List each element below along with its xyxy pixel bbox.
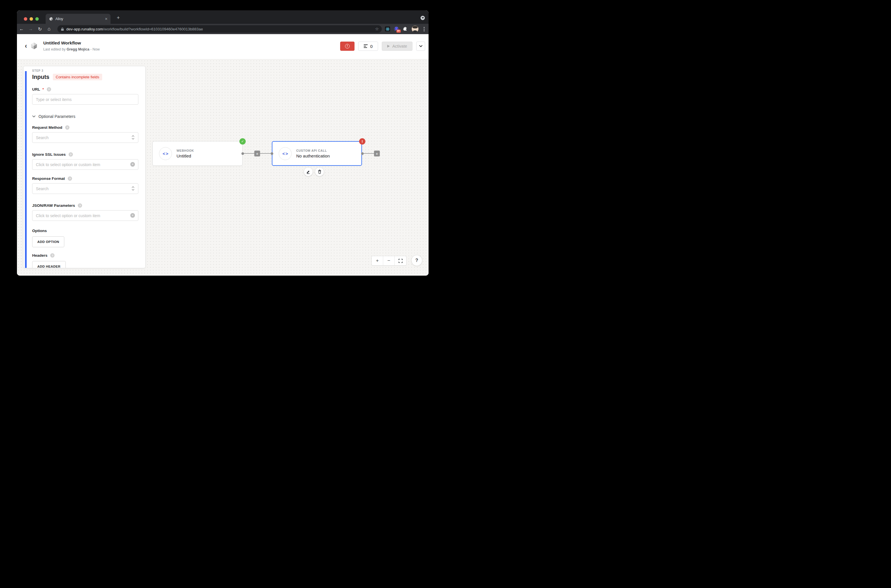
workflow-header-left: ‹ Untitled Workflow Last edited by Gregg… [25, 40, 99, 51]
extension-burst-icon[interactable]: 9+ [394, 26, 399, 32]
errors-button[interactable]: ! [340, 42, 355, 51]
options-label: Options [32, 229, 47, 233]
tab-strip: Alloy ✕ + [17, 10, 429, 24]
profile-avatar[interactable] [411, 25, 419, 33]
chevron-down-icon [32, 115, 36, 118]
add-header-button[interactable]: ADD HEADER [32, 261, 66, 268]
workflow-header-actions: ! 0 Activate [340, 42, 425, 51]
author-name: Gregg Mojica [66, 47, 89, 51]
forward-icon[interactable]: → [26, 26, 35, 32]
clear-icon[interactable]: ✕ [130, 213, 135, 218]
screen: Alloy ✕ + ← → ↻ ⌂ dev-app.runalloy.com/w… [0, 0, 446, 294]
runs-count: 0 [370, 44, 373, 49]
tab-alloy[interactable]: Alloy ✕ [46, 14, 110, 24]
toolbar-extensions: 9+ [385, 24, 426, 34]
panel-title: Inputs [32, 74, 50, 80]
connector-line [362, 153, 374, 154]
select-stepper-icon[interactable] [131, 135, 135, 141]
step-inputs-panel: STEP 3 Inputs Contains incomplete fields… [23, 66, 146, 268]
alloy-favicon-icon [49, 17, 53, 21]
more-actions-button[interactable] [416, 42, 425, 51]
edit-node-button[interactable] [304, 168, 313, 176]
back-icon[interactable]: ← [17, 26, 26, 32]
workflow-header: ‹ Untitled Workflow Last edited by Gregg… [17, 34, 429, 59]
minimize-window-button[interactable] [30, 17, 33, 21]
activate-button[interactable]: Activate [382, 42, 412, 51]
headers-label: Headers [32, 253, 47, 258]
tab-close-icon[interactable]: ✕ [105, 17, 108, 21]
lock-icon [61, 27, 64, 31]
browser-toolbar: ← → ↻ ⌂ dev-app.runalloy.com/workflow/bu… [17, 24, 429, 34]
delete-node-button[interactable] [315, 168, 324, 176]
close-window-button[interactable] [24, 17, 27, 21]
node-type-label: WEBHOOK [176, 149, 194, 152]
play-icon [387, 45, 390, 48]
error-badge-icon: ! [359, 138, 366, 144]
tab-title: Alloy [56, 17, 105, 21]
zoom-out-button[interactable]: − [383, 256, 395, 266]
home-icon[interactable]: ⌂ [45, 26, 54, 32]
response-format-field [32, 183, 138, 194]
url-field [32, 94, 138, 105]
fullscreen-window-button[interactable] [35, 17, 39, 21]
last-edited-text: Last edited by Gregg Mojica - Now [43, 47, 100, 51]
node-webhook[interactable]: <> WEBHOOK Untitled [152, 141, 242, 166]
add-node-button[interactable]: + [254, 151, 260, 156]
node-custom-api-call[interactable]: <> CUSTOM API CALL No authentication [272, 141, 362, 166]
help-icon[interactable]: ? [69, 152, 73, 157]
zoom-in-button[interactable]: + [372, 256, 383, 266]
connector-dot [241, 152, 244, 155]
panel-accent-bar [25, 71, 27, 268]
clear-icon[interactable]: ✕ [130, 162, 135, 166]
request-method-label: Request Method [32, 125, 62, 130]
node-type-label: CUSTOM API CALL [296, 149, 330, 152]
success-badge-icon: ✓ [239, 138, 246, 144]
react-devtools-extension-icon[interactable] [385, 26, 390, 32]
url-input[interactable] [32, 94, 138, 105]
bookmark-star-icon[interactable]: ☆ [375, 26, 379, 32]
help-icon[interactable]: ? [65, 125, 69, 130]
help-icon[interactable]: ? [68, 176, 72, 181]
address-bar[interactable]: dev-app.runalloy.com/workflow/build?work… [57, 25, 382, 33]
extension-badge: 9+ [396, 30, 401, 33]
request-method-field [32, 132, 138, 143]
url-path: /workflow/build?workflowId=6103109460e47… [103, 27, 203, 31]
response-format-select[interactable] [32, 183, 138, 194]
browser-menu-icon[interactable] [423, 27, 426, 31]
step-label: STEP 3 [32, 69, 138, 72]
runs-counter-button[interactable]: 0 [358, 42, 378, 51]
optional-parameters-toggle[interactable]: Optional Parameters [32, 114, 138, 119]
help-icon[interactable]: ? [78, 203, 82, 208]
url-field-label: URL [32, 87, 40, 92]
browser-window: Alloy ✕ + ← → ↻ ⌂ dev-app.runalloy.com/w… [17, 10, 429, 276]
extensions-puzzle-icon[interactable] [403, 26, 408, 32]
response-format-label: Response Format [32, 176, 65, 181]
workflow-title[interactable]: Untitled Workflow [43, 40, 100, 46]
select-stepper-icon[interactable] [131, 186, 135, 192]
fit-view-button[interactable] [395, 256, 406, 266]
help-icon[interactable]: ? [50, 253, 54, 258]
json-raw-select[interactable] [32, 210, 138, 221]
add-node-button[interactable]: + [374, 151, 380, 156]
chevron-down-icon [422, 17, 424, 19]
required-mark: * [42, 87, 44, 92]
reload-icon[interactable]: ↻ [35, 26, 45, 32]
new-tab-button[interactable]: + [114, 15, 122, 21]
add-option-button[interactable]: ADD OPTION [32, 236, 64, 247]
help-button[interactable]: ? [411, 255, 422, 266]
canvas-zoom-controls: + − [372, 256, 406, 266]
json-raw-field: ✕ [32, 210, 138, 221]
fullscreen-icon [399, 259, 403, 263]
connector-dot [271, 152, 273, 155]
request-method-select[interactable] [32, 132, 138, 143]
back-chevron-icon[interactable]: ‹ [25, 42, 27, 50]
ignore-ssl-label: Ignore SSL Issues [32, 152, 66, 157]
ignore-ssl-select[interactable] [32, 159, 138, 170]
help-icon[interactable]: ? [47, 87, 51, 92]
workflow-canvas[interactable]: + + <> WEBHOOK Untitled ✓ <> CUSTOM API … [17, 59, 429, 276]
chevron-down-icon [419, 45, 423, 47]
node-name-label: No authentication [296, 153, 330, 158]
json-raw-label: JSON/RAW Parameters [32, 203, 75, 208]
tab-search-button[interactable] [420, 16, 425, 20]
code-icon: <> [279, 147, 292, 160]
